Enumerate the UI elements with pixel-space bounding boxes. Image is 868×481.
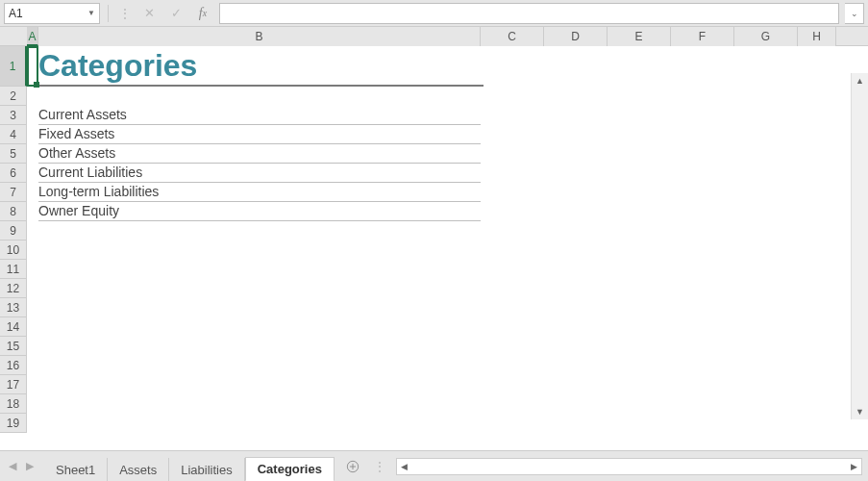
row-cells[interactable]: Owner Equity	[27, 202, 868, 221]
row: 4Fixed Assets	[0, 125, 868, 144]
row-header[interactable]: 16	[0, 356, 27, 375]
column-header[interactable]: E	[608, 27, 671, 46]
scroll-right-icon[interactable]: ▶	[846, 462, 861, 471]
row: 18	[0, 394, 868, 414]
row-cells[interactable]	[27, 87, 868, 106]
row-header[interactable]: 10	[0, 240, 27, 260]
row: 10	[0, 240, 868, 260]
row: 19	[0, 414, 868, 433]
fx-icon[interactable]: fx	[192, 3, 213, 24]
more-icon[interactable]: ⋮	[373, 459, 386, 474]
vertical-scrollbar[interactable]: ▲ ▼	[851, 73, 868, 419]
expand-formula-icon[interactable]: ⌄	[845, 3, 864, 24]
row-header[interactable]: 18	[0, 394, 27, 414]
row: 7Long-term Liabilities	[0, 183, 868, 202]
plus-circle-icon	[346, 460, 360, 473]
column-header[interactable]: H	[798, 27, 836, 46]
sheet-tab-bar: ◀ ▶ Sheet1AssetsLiabilitiesCategories ⋮ …	[0, 450, 868, 481]
separator	[108, 5, 109, 22]
formula-bar: A1 ▼ ⋮ ✕ ✓ fx ⌄	[0, 0, 868, 27]
row-cells[interactable]: Current Assets	[27, 106, 868, 125]
confirm-icon[interactable]: ✓	[165, 3, 186, 24]
row-header[interactable]: 13	[0, 298, 27, 317]
row-cells[interactable]: Categories	[27, 46, 868, 87]
row-header[interactable]: 3	[0, 106, 27, 125]
scroll-up-icon[interactable]: ▲	[852, 73, 868, 89]
sheet-tabs: Sheet1AssetsLiabilitiesCategories	[44, 451, 335, 481]
more-icon[interactable]: ⋮	[116, 6, 133, 21]
new-sheet-button[interactable]	[340, 456, 365, 477]
row-cells[interactable]: Current Liabilities	[27, 164, 868, 183]
row-header[interactable]: 2	[0, 87, 27, 106]
row-cells[interactable]	[27, 260, 868, 279]
chevron-down-icon[interactable]: ▼	[87, 9, 95, 17]
row-cells[interactable]	[27, 394, 868, 414]
row-header[interactable]: 7	[0, 183, 27, 202]
row-header[interactable]: 1	[0, 46, 27, 87]
tab-nav-prev-icon[interactable]: ◀	[4, 456, 21, 477]
rows: 1Categories23Current Assets4Fixed Assets…	[0, 46, 868, 433]
row: 12	[0, 279, 868, 298]
row: 2	[0, 87, 868, 106]
row: 6Current Liabilities	[0, 164, 868, 183]
row-cells[interactable]: Other Assets	[27, 144, 868, 164]
column-headers: A B C D E F G H	[0, 27, 868, 46]
row-header[interactable]: 4	[0, 125, 27, 144]
row-header[interactable]: 15	[0, 337, 27, 356]
row-header[interactable]: 17	[0, 375, 27, 394]
row: 14	[0, 317, 868, 337]
row: 9	[0, 221, 868, 240]
row-cells[interactable]	[27, 240, 868, 260]
row: 13	[0, 298, 868, 317]
name-box[interactable]: A1 ▼	[4, 3, 100, 24]
category-cell: Long-term Liabilities	[38, 184, 159, 199]
row-header[interactable]: 9	[0, 221, 27, 240]
row-header[interactable]: 6	[0, 164, 27, 183]
row-cells[interactable]: Long-term Liabilities	[27, 183, 868, 202]
category-cell: Current Assets	[38, 107, 127, 122]
row: 1Categories	[0, 46, 868, 87]
row-cells[interactable]	[27, 298, 868, 317]
row-cells[interactable]	[27, 221, 868, 240]
horizontal-scrollbar[interactable]: ◀ ▶	[396, 458, 862, 475]
row-header[interactable]: 12	[0, 279, 27, 298]
category-cell: Other Assets	[38, 145, 115, 161]
sheet-title: Categories	[38, 46, 197, 85]
column-header[interactable]: D	[544, 27, 608, 46]
column-header[interactable]: G	[734, 27, 798, 46]
sheet-tab[interactable]: Liabilities	[169, 458, 244, 481]
column-header[interactable]: A	[27, 27, 38, 46]
sheet-tab[interactable]: Categories	[245, 457, 335, 481]
row-header[interactable]: 14	[0, 317, 27, 337]
column-header[interactable]: B	[38, 27, 481, 46]
category-cell: Current Liabilities	[38, 165, 142, 180]
row-cells[interactable]	[27, 317, 868, 337]
row-cells[interactable]	[27, 337, 868, 356]
row: 16	[0, 356, 868, 375]
formula-input[interactable]	[219, 3, 839, 24]
row-cells[interactable]	[27, 414, 868, 433]
scroll-left-icon[interactable]: ◀	[397, 462, 412, 471]
row: 3Current Assets	[0, 106, 868, 125]
column-header[interactable]: C	[481, 27, 544, 46]
row-cells[interactable]	[27, 375, 868, 394]
row-header[interactable]: 8	[0, 202, 27, 221]
row-header[interactable]: 11	[0, 260, 27, 279]
cancel-icon[interactable]: ✕	[138, 3, 160, 24]
row: 5Other Assets	[0, 144, 868, 164]
category-cell: Owner Equity	[38, 203, 119, 218]
sheet-tab[interactable]: Assets	[108, 458, 169, 481]
spreadsheet-grid: A B C D E F G H 1Categories23Current Ass…	[0, 27, 868, 450]
tab-nav-next-icon[interactable]: ▶	[21, 456, 38, 477]
row-header[interactable]: 19	[0, 414, 27, 433]
category-cell: Fixed Assets	[38, 126, 114, 141]
sheet-tab[interactable]: Sheet1	[44, 458, 108, 481]
row-cells[interactable]	[27, 279, 868, 298]
row-cells[interactable]	[27, 356, 868, 375]
row: 15	[0, 337, 868, 356]
column-header[interactable]: F	[671, 27, 734, 46]
row-header[interactable]: 5	[0, 144, 27, 164]
row-cells[interactable]: Fixed Assets	[27, 125, 868, 144]
scroll-down-icon[interactable]: ▼	[852, 404, 868, 419]
row: 8Owner Equity	[0, 202, 868, 221]
